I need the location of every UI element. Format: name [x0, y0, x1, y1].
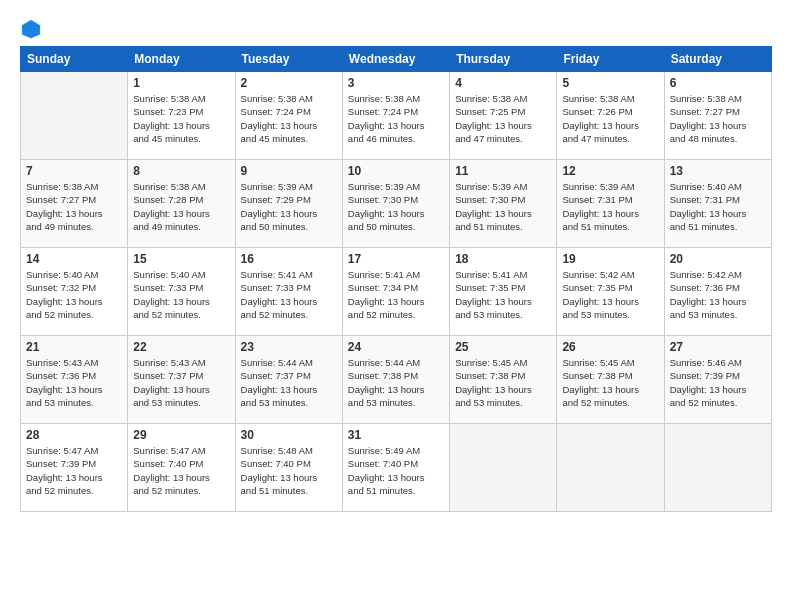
weekday-thursday: Thursday — [450, 47, 557, 72]
day-number: 28 — [26, 428, 122, 442]
calendar-cell — [664, 424, 771, 512]
calendar-cell: 9Sunrise: 5:39 AM Sunset: 7:29 PM Daylig… — [235, 160, 342, 248]
day-info: Sunrise: 5:39 AM Sunset: 7:29 PM Dayligh… — [241, 180, 337, 233]
weekday-saturday: Saturday — [664, 47, 771, 72]
day-number: 26 — [562, 340, 658, 354]
weekday-monday: Monday — [128, 47, 235, 72]
calendar-cell: 21Sunrise: 5:43 AM Sunset: 7:36 PM Dayli… — [21, 336, 128, 424]
day-info: Sunrise: 5:46 AM Sunset: 7:39 PM Dayligh… — [670, 356, 766, 409]
weekday-sunday: Sunday — [21, 47, 128, 72]
day-number: 9 — [241, 164, 337, 178]
day-number: 13 — [670, 164, 766, 178]
day-info: Sunrise: 5:42 AM Sunset: 7:35 PM Dayligh… — [562, 268, 658, 321]
week-row-5: 28Sunrise: 5:47 AM Sunset: 7:39 PM Dayli… — [21, 424, 772, 512]
day-number: 15 — [133, 252, 229, 266]
calendar-cell: 7Sunrise: 5:38 AM Sunset: 7:27 PM Daylig… — [21, 160, 128, 248]
day-number: 19 — [562, 252, 658, 266]
day-info: Sunrise: 5:41 AM Sunset: 7:34 PM Dayligh… — [348, 268, 444, 321]
day-info: Sunrise: 5:43 AM Sunset: 7:36 PM Dayligh… — [26, 356, 122, 409]
day-info: Sunrise: 5:38 AM Sunset: 7:24 PM Dayligh… — [241, 92, 337, 145]
day-number: 21 — [26, 340, 122, 354]
week-row-2: 7Sunrise: 5:38 AM Sunset: 7:27 PM Daylig… — [21, 160, 772, 248]
day-info: Sunrise: 5:38 AM Sunset: 7:26 PM Dayligh… — [562, 92, 658, 145]
day-number: 14 — [26, 252, 122, 266]
calendar-cell: 12Sunrise: 5:39 AM Sunset: 7:31 PM Dayli… — [557, 160, 664, 248]
calendar-cell: 10Sunrise: 5:39 AM Sunset: 7:30 PM Dayli… — [342, 160, 449, 248]
day-number: 29 — [133, 428, 229, 442]
calendar-cell: 13Sunrise: 5:40 AM Sunset: 7:31 PM Dayli… — [664, 160, 771, 248]
day-info: Sunrise: 5:38 AM Sunset: 7:24 PM Dayligh… — [348, 92, 444, 145]
calendar-cell: 15Sunrise: 5:40 AM Sunset: 7:33 PM Dayli… — [128, 248, 235, 336]
day-number: 5 — [562, 76, 658, 90]
header — [20, 18, 772, 40]
day-info: Sunrise: 5:38 AM Sunset: 7:23 PM Dayligh… — [133, 92, 229, 145]
day-number: 12 — [562, 164, 658, 178]
day-info: Sunrise: 5:40 AM Sunset: 7:31 PM Dayligh… — [670, 180, 766, 233]
day-number: 4 — [455, 76, 551, 90]
logo — [20, 18, 44, 40]
calendar-cell: 23Sunrise: 5:44 AM Sunset: 7:37 PM Dayli… — [235, 336, 342, 424]
day-number: 8 — [133, 164, 229, 178]
day-number: 24 — [348, 340, 444, 354]
calendar-cell: 14Sunrise: 5:40 AM Sunset: 7:32 PM Dayli… — [21, 248, 128, 336]
day-number: 27 — [670, 340, 766, 354]
day-number: 10 — [348, 164, 444, 178]
day-info: Sunrise: 5:39 AM Sunset: 7:30 PM Dayligh… — [348, 180, 444, 233]
day-number: 7 — [26, 164, 122, 178]
day-info: Sunrise: 5:47 AM Sunset: 7:39 PM Dayligh… — [26, 444, 122, 497]
calendar-cell: 4Sunrise: 5:38 AM Sunset: 7:25 PM Daylig… — [450, 72, 557, 160]
calendar-cell: 25Sunrise: 5:45 AM Sunset: 7:38 PM Dayli… — [450, 336, 557, 424]
calendar-cell: 3Sunrise: 5:38 AM Sunset: 7:24 PM Daylig… — [342, 72, 449, 160]
day-info: Sunrise: 5:40 AM Sunset: 7:32 PM Dayligh… — [26, 268, 122, 321]
day-info: Sunrise: 5:39 AM Sunset: 7:30 PM Dayligh… — [455, 180, 551, 233]
day-number: 20 — [670, 252, 766, 266]
calendar-cell: 2Sunrise: 5:38 AM Sunset: 7:24 PM Daylig… — [235, 72, 342, 160]
day-info: Sunrise: 5:44 AM Sunset: 7:37 PM Dayligh… — [241, 356, 337, 409]
day-info: Sunrise: 5:41 AM Sunset: 7:35 PM Dayligh… — [455, 268, 551, 321]
calendar-cell: 8Sunrise: 5:38 AM Sunset: 7:28 PM Daylig… — [128, 160, 235, 248]
calendar-cell: 16Sunrise: 5:41 AM Sunset: 7:33 PM Dayli… — [235, 248, 342, 336]
day-number: 23 — [241, 340, 337, 354]
day-number: 1 — [133, 76, 229, 90]
page: SundayMondayTuesdayWednesdayThursdayFrid… — [0, 0, 792, 612]
day-info: Sunrise: 5:38 AM Sunset: 7:27 PM Dayligh… — [670, 92, 766, 145]
logo-icon — [20, 18, 42, 40]
calendar-cell: 24Sunrise: 5:44 AM Sunset: 7:38 PM Dayli… — [342, 336, 449, 424]
calendar-cell — [557, 424, 664, 512]
week-row-1: 1Sunrise: 5:38 AM Sunset: 7:23 PM Daylig… — [21, 72, 772, 160]
calendar-cell: 22Sunrise: 5:43 AM Sunset: 7:37 PM Dayli… — [128, 336, 235, 424]
day-number: 11 — [455, 164, 551, 178]
day-number: 3 — [348, 76, 444, 90]
day-number: 18 — [455, 252, 551, 266]
day-info: Sunrise: 5:43 AM Sunset: 7:37 PM Dayligh… — [133, 356, 229, 409]
weekday-friday: Friday — [557, 47, 664, 72]
calendar-cell: 31Sunrise: 5:49 AM Sunset: 7:40 PM Dayli… — [342, 424, 449, 512]
day-number: 6 — [670, 76, 766, 90]
day-number: 30 — [241, 428, 337, 442]
calendar-cell: 19Sunrise: 5:42 AM Sunset: 7:35 PM Dayli… — [557, 248, 664, 336]
calendar-cell: 11Sunrise: 5:39 AM Sunset: 7:30 PM Dayli… — [450, 160, 557, 248]
weekday-tuesday: Tuesday — [235, 47, 342, 72]
day-number: 31 — [348, 428, 444, 442]
day-number: 2 — [241, 76, 337, 90]
day-info: Sunrise: 5:40 AM Sunset: 7:33 PM Dayligh… — [133, 268, 229, 321]
day-number: 25 — [455, 340, 551, 354]
calendar-cell: 18Sunrise: 5:41 AM Sunset: 7:35 PM Dayli… — [450, 248, 557, 336]
week-row-4: 21Sunrise: 5:43 AM Sunset: 7:36 PM Dayli… — [21, 336, 772, 424]
day-info: Sunrise: 5:45 AM Sunset: 7:38 PM Dayligh… — [562, 356, 658, 409]
day-info: Sunrise: 5:38 AM Sunset: 7:25 PM Dayligh… — [455, 92, 551, 145]
day-info: Sunrise: 5:49 AM Sunset: 7:40 PM Dayligh… — [348, 444, 444, 497]
day-info: Sunrise: 5:38 AM Sunset: 7:28 PM Dayligh… — [133, 180, 229, 233]
calendar-cell: 5Sunrise: 5:38 AM Sunset: 7:26 PM Daylig… — [557, 72, 664, 160]
day-info: Sunrise: 5:47 AM Sunset: 7:40 PM Dayligh… — [133, 444, 229, 497]
day-info: Sunrise: 5:44 AM Sunset: 7:38 PM Dayligh… — [348, 356, 444, 409]
day-info: Sunrise: 5:38 AM Sunset: 7:27 PM Dayligh… — [26, 180, 122, 233]
day-number: 22 — [133, 340, 229, 354]
calendar-cell — [21, 72, 128, 160]
calendar-cell: 17Sunrise: 5:41 AM Sunset: 7:34 PM Dayli… — [342, 248, 449, 336]
calendar-cell: 29Sunrise: 5:47 AM Sunset: 7:40 PM Dayli… — [128, 424, 235, 512]
calendar-cell: 1Sunrise: 5:38 AM Sunset: 7:23 PM Daylig… — [128, 72, 235, 160]
week-row-3: 14Sunrise: 5:40 AM Sunset: 7:32 PM Dayli… — [21, 248, 772, 336]
calendar-cell: 26Sunrise: 5:45 AM Sunset: 7:38 PM Dayli… — [557, 336, 664, 424]
day-number: 17 — [348, 252, 444, 266]
